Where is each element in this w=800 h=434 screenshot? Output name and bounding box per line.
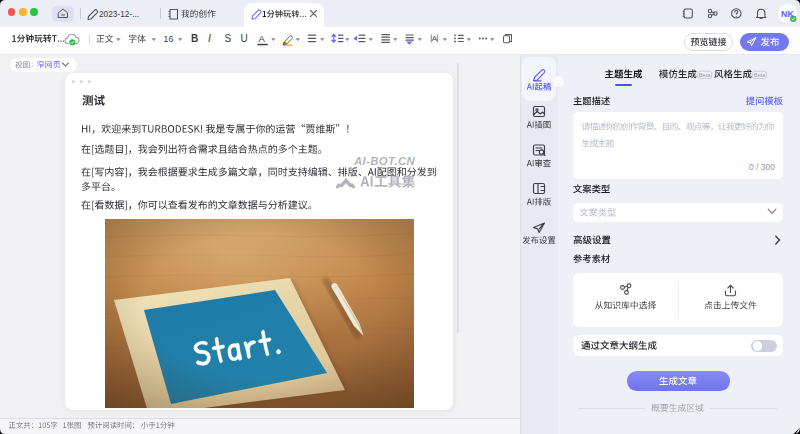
svg-text:16: 16: [164, 34, 174, 44]
svg-text:Beta: Beta: [699, 72, 711, 78]
svg-text:NK: NK: [781, 9, 794, 19]
svg-text:B: B: [191, 33, 198, 44]
svg-text:AI-BOT.CN: AI-BOT.CN: [353, 155, 416, 167]
svg-text:U: U: [241, 33, 248, 44]
svg-text:Beta: Beta: [754, 72, 766, 78]
svg-text:A: A: [259, 33, 266, 44]
svg-text:0 / 300: 0 / 300: [749, 162, 775, 172]
svg-text:2023-12-...: 2023-12-...: [99, 9, 139, 19]
svg-text::: :: [31, 60, 33, 69]
svg-text:I: I: [208, 32, 211, 44]
